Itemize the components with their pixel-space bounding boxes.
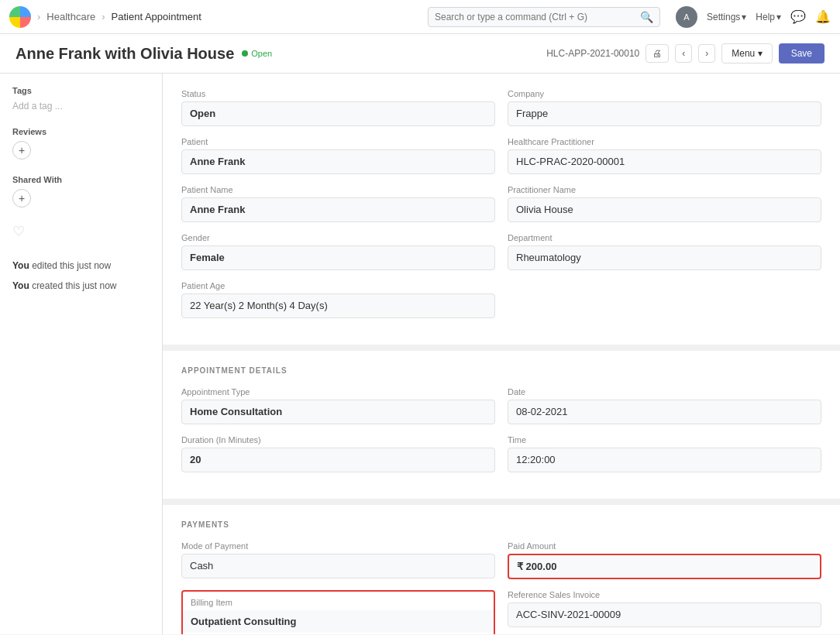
department-value[interactable]: Rheumatology — [508, 245, 821, 270]
patient-age-value[interactable]: 22 Year(s) 2 Month(s) 4 Day(s) — [181, 293, 495, 318]
field-status: Status Open — [181, 89, 495, 126]
patient-name-value[interactable]: Anne Frank — [181, 197, 495, 222]
prev-button[interactable]: ‹ — [675, 44, 692, 63]
reviews-label: Reviews — [12, 127, 150, 136]
billing-item-text: Outpatient Consulting — [191, 616, 296, 627]
app-logo — [9, 6, 31, 28]
breadcrumb-healthcare[interactable]: Healthcare — [46, 11, 95, 22]
row-status-company: Status Open Company Frappe — [181, 89, 821, 126]
field-billing-item: Billing Item Outpatient Consulting ✓ Inv… — [181, 590, 495, 634]
billing-item-box: Billing Item Outpatient Consulting ✓ Inv… — [181, 590, 495, 634]
menu-label: Menu — [732, 48, 755, 59]
search-bar[interactable]: 🔍 — [428, 7, 660, 27]
add-share-button[interactable]: + — [12, 189, 31, 208]
notification-icon-button[interactable]: 🔔 — [815, 9, 831, 24]
paid-amount-value[interactable]: ₹ 200.00 — [508, 554, 821, 579]
search-icon: 🔍 — [640, 11, 653, 23]
invoice-label: Reference Sales Invoice — [508, 590, 821, 599]
settings-button[interactable]: Settings ▾ — [707, 12, 746, 22]
field-patient: Patient Anne Frank — [181, 137, 495, 174]
tags-placeholder[interactable]: Add a tag ... — [12, 101, 63, 112]
date-value[interactable]: 08-02-2021 — [508, 400, 821, 424]
department-label: Department — [508, 233, 821, 242]
company-value[interactable]: Frappe — [508, 101, 821, 126]
field-practitioner-name: Practitioner Name Olivia House — [508, 185, 821, 222]
field-patient-age: Patient Age 22 Year(s) 2 Month(s) 4 Day(… — [181, 281, 495, 318]
chevron-down-icon: ▾ — [758, 48, 763, 59]
row-billing-invoice: Billing Item Outpatient Consulting ✓ Inv… — [181, 590, 821, 634]
invoice-value[interactable]: ACC-SINV-2021-00009 — [508, 602, 821, 627]
nav-right: A Settings ▾ Help ▾ 💬 🔔 — [676, 6, 831, 28]
appt-type-label: Appointment Type — [181, 387, 495, 396]
form-section-appointment: APPOINTMENT DETAILS Appointment Type Hom… — [163, 351, 840, 505]
gender-label: Gender — [181, 233, 495, 242]
status-value[interactable]: Open — [181, 101, 495, 126]
row-mode-paid: Mode of Payment Cash Paid Amount ₹ 200.0… — [181, 541, 821, 579]
practitioner-name-label: Practitioner Name — [508, 185, 821, 194]
activity-1-action: edited this just now — [32, 260, 111, 271]
breadcrumb-patient-appointment[interactable]: Patient Appointment — [112, 11, 201, 22]
date-label: Date — [508, 387, 821, 396]
menu-button[interactable]: Menu ▾ — [721, 43, 772, 64]
field-practitioner: Healthcare Practitioner HLC-PRAC-2020-00… — [508, 137, 821, 174]
appt-type-value[interactable]: Home Consultation — [181, 400, 495, 424]
doc-actions: HLC-APP-2021-00010 🖨 ‹ › Menu ▾ Save — [546, 43, 825, 64]
paid-amount-label: Paid Amount — [508, 541, 821, 551]
field-duration: Duration (In Minutes) 20 — [181, 435, 495, 472]
print-button[interactable]: 🖨 — [645, 44, 669, 63]
search-input[interactable] — [435, 12, 640, 22]
time-label: Time — [508, 435, 821, 444]
shared-with-section: Shared With + — [12, 175, 150, 208]
chevron-down-icon: ▾ — [742, 12, 746, 22]
shared-with-label: Shared With — [12, 175, 150, 184]
row-gender-department: Gender Female Department Rheumatology — [181, 233, 821, 270]
status-dot — [242, 50, 248, 57]
time-value[interactable]: 12:20:00 — [508, 448, 821, 472]
activity-2-you: You — [12, 280, 29, 291]
main-content: Status Open Company Frappe Patient Anne … — [163, 74, 840, 634]
help-button[interactable]: Help ▾ — [756, 12, 781, 22]
mode-value[interactable]: Cash — [181, 554, 495, 578]
patient-value[interactable]: Anne Frank — [181, 149, 495, 174]
doc-id: HLC-APP-2021-00010 — [546, 48, 639, 59]
field-company: Company Frappe — [508, 89, 821, 126]
practitioner-value[interactable]: HLC-PRAC-2020-00001 — [508, 149, 821, 174]
field-empty — [508, 281, 821, 318]
row-age: Patient Age 22 Year(s) 2 Month(s) 4 Day(… — [181, 281, 821, 318]
row-patientname-practitionername: Patient Name Anne Frank Practitioner Nam… — [181, 185, 821, 222]
doc-title: Anne Frank with Olivia House — [15, 45, 234, 63]
tags-section: Tags Add a tag ... — [12, 86, 150, 112]
form-section-payments: PAYMENTS Mode of Payment Cash Paid Amoun… — [163, 505, 840, 634]
avatar: A — [676, 6, 697, 28]
sidebar: Tags Add a tag ... Reviews + Shared With… — [0, 74, 163, 634]
help-label: Help — [756, 12, 775, 22]
patient-name-label: Patient Name — [181, 185, 495, 194]
row-duration-time: Duration (In Minutes) 20 Time 12:20:00 — [181, 435, 821, 472]
practitioner-name-value[interactable]: Olivia House — [508, 197, 821, 222]
field-paid-amount: Paid Amount ₹ 200.00 — [508, 541, 821, 579]
duration-value[interactable]: 20 — [181, 448, 495, 472]
like-icon[interactable]: ♡ — [12, 223, 150, 240]
add-review-button[interactable]: + — [12, 141, 31, 160]
row-patient-practitioner: Patient Anne Frank Healthcare Practition… — [181, 137, 821, 174]
field-patient-name: Patient Name Anne Frank — [181, 185, 495, 222]
field-time: Time 12:20:00 — [508, 435, 821, 472]
status-badge: Open — [242, 49, 272, 58]
save-button[interactable]: Save — [779, 43, 825, 64]
patient-label: Patient — [181, 137, 495, 146]
field-gender: Gender Female — [181, 233, 495, 270]
logo — [9, 6, 31, 28]
activity-item-2: You created this just now — [12, 279, 150, 293]
billing-item-label: Billing Item — [183, 592, 494, 607]
field-mode-payment: Mode of Payment Cash — [181, 541, 495, 579]
doc-title-area: Anne Frank with Olivia House Open — [15, 45, 272, 63]
chat-icon-button[interactable]: 💬 — [790, 9, 806, 24]
chevron-down-icon: ▾ — [776, 12, 781, 22]
activity-item-1: You edited this just now — [12, 259, 150, 273]
activity-1-you: You — [12, 260, 29, 271]
field-invoice: Reference Sales Invoice ACC-SINV-2021-00… — [508, 590, 821, 634]
gender-value[interactable]: Female — [181, 245, 495, 270]
reviews-section: Reviews + — [12, 127, 150, 160]
status-text: Open — [251, 49, 272, 58]
next-button[interactable]: › — [698, 44, 715, 63]
